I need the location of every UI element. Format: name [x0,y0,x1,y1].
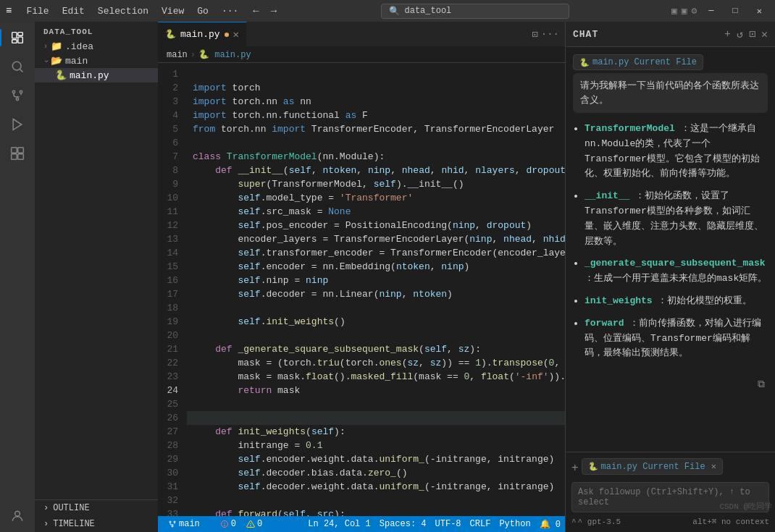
outline-chevron-icon: › [43,503,49,513]
ln-32: 32 [158,494,187,507]
ln-6: 6 [158,136,187,150]
minimize-button[interactable]: ─ [701,3,721,19]
chat-input-file-tags: + 🐍 main.py Current File ✕ [571,458,769,478]
status-warning-count[interactable]: 0 [242,519,267,529]
ln-17: 17 [158,287,187,301]
activity-account[interactable] [4,503,30,529]
sidebar-item-idea[interactable]: › 📁 .idea [35,39,158,54]
status-encoding[interactable]: UTF-8 [431,519,466,529]
chat-add-file-button[interactable]: + [571,462,579,475]
chat-code-2: __init__ [585,190,629,201]
chat-new-button[interactable]: + [724,28,731,41]
python-icon: 🐍 [579,58,590,67]
chat-history-button[interactable]: ↺ [737,28,743,41]
breadcrumb-file[interactable]: 🐍 main.py [198,49,251,60]
breadcrumb-main[interactable]: main [167,50,188,60]
layout-btn-2[interactable]: ▣ [682,5,687,17]
menu-file[interactable]: File [20,4,54,18]
activity-explorer[interactable] [4,25,30,51]
menu-more[interactable]: ··· [216,4,244,18]
nav-back-button[interactable]: ← [250,4,261,18]
sidebar-item-main[interactable]: › 📂 main [35,54,158,68]
tab-main-py[interactable]: 🐍 main.py ✕ [158,22,247,46]
chat-user-message: 请为我解释一下当前代码的各个函数所表达含义。 [573,73,768,113]
status-notifications[interactable]: 🔔 0 [535,519,565,530]
ln-7: 7 [158,150,187,164]
svg-point-4 [12,62,21,70]
split-editor-icon[interactable]: ⊡ [532,28,537,41]
sidebar-timeline[interactable]: › TIMELINE [35,516,158,532]
chat-header: CHAT + ↺ ⊡ ✕ [566,22,775,47]
sidebar-bottom: › OUTLINE › TIMELINE [35,499,158,532]
nav-forward-button[interactable]: → [268,4,280,18]
chat-layout-button[interactable]: ⊡ [749,28,755,41]
sidebar-header: DATA_TOOL [35,22,158,39]
chat-model-selector[interactable]: ^ ^ gpt-3.5 [571,518,621,526]
ln-30: 30 [158,466,187,480]
tab-filename: main.py [180,29,220,40]
status-error-count[interactable]: 0 [216,519,240,529]
chat-input-field[interactable] [571,482,769,512]
svg-rect-3 [12,40,17,43]
chat-code-5: forward [585,318,624,329]
tab-actions: ⊡ ··· [526,22,565,46]
ln-12: 12 [158,219,187,232]
copy-icon[interactable]: ⧉ [758,379,765,390]
chat-input-area: + 🐍 main.py Current File ✕ ^ ^ gpt-3.5 a… [566,452,775,532]
activity-search[interactable] [4,54,30,80]
breadcrumb: main › 🐍 main.py [158,47,565,63]
menu-bar: File Edit Selection View Go ··· [20,4,244,18]
ln-14: 14 [158,246,187,260]
ln-8: 8 [158,164,187,177]
code-editor[interactable]: 1 2 3 4 5 6 7 8 9 10 11 12 13 14 15 16 1… [158,63,565,516]
ln-28: 28 [158,439,187,452]
ln-3: 3 [158,95,187,109]
more-actions-icon[interactable]: ··· [541,28,559,40]
maximize-button[interactable]: □ [726,3,745,19]
tab-close-button[interactable]: ✕ [233,28,239,41]
activity-extensions[interactable] [4,140,30,166]
svg-rect-1 [18,33,22,36]
chat-file-tag-label: main.py Current File [592,57,697,67]
svg-point-22 [251,525,251,526]
tab-bar: 🐍 main.py ✕ ⊡ ··· [158,22,565,47]
sidebar-item-main-py[interactable]: 🐍 main.py [35,68,158,83]
layout-btn-1[interactable]: ▣ [671,5,677,17]
chat-text-3: ：生成一个用于遮盖未来信息的mask矩阵。 [585,273,767,284]
title-bar: ≡ File Edit Selection View Go ··· ← → 🔍 … [0,0,775,22]
svg-line-5 [20,69,23,72]
status-language[interactable]: Python [495,519,535,529]
chat-input-file-close-button[interactable]: ✕ [711,461,716,472]
chat-close-button[interactable]: ✕ [761,28,768,41]
ln-2: 2 [158,81,187,95]
ln-29: 29 [158,452,187,466]
ln-13: 13 [158,232,187,246]
menu-view[interactable]: View [156,4,190,18]
sidebar-outline[interactable]: › OUTLINE [35,500,158,516]
settings-icon[interactable]: ⚙ [692,5,698,17]
editor-area: 🐍 main.py ✕ ⊡ ··· main › 🐍 main.py 1 2 3… [158,22,565,532]
menu-edit[interactable]: Edit [56,4,91,18]
activity-run[interactable] [4,111,30,138]
activity-source-control[interactable] [4,83,30,109]
code-content[interactable]: import torch import torch.nn as nn impor… [187,63,565,516]
ln-16: 16 [158,274,187,287]
svg-rect-13 [18,154,24,160]
status-line-ending[interactable]: CRLF [466,519,495,529]
status-spaces[interactable]: Spaces: 4 [375,519,431,529]
chat-input-file-tag: 🐍 main.py Current File ✕ [582,458,723,475]
chat-code-4: init_weights [585,295,653,306]
close-button[interactable]: ✕ [750,3,769,20]
status-position[interactable]: Ln 24, Col 1 [303,519,374,529]
status-errors: 0 0 [210,519,272,529]
svg-point-7 [20,90,22,93]
ln-25: 25 [158,397,187,411]
ln-18: 18 [158,301,187,315]
chevron-up-icon: ^ [571,518,577,526]
chevron-down-icon: › [42,59,50,63]
search-bar[interactable]: 🔍 data_tool [381,4,569,19]
menu-go[interactable]: Go [191,4,214,18]
chat-ai-item-5: forward ：前向传播函数，对输入进行编码、位置编码、Transformer… [585,316,768,361]
status-branch[interactable]: main [164,519,204,529]
menu-selection[interactable]: Selection [92,4,154,18]
